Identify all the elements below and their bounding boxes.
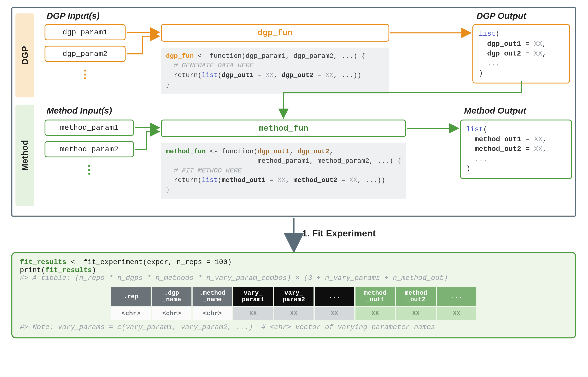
out-token: ( — [496, 30, 500, 38]
table-header-cell: vary_param1 — [233, 287, 273, 306]
code-token: = — [313, 71, 325, 79]
table-header-cell: vary_param2 — [274, 287, 314, 306]
out-token: ... — [479, 59, 500, 67]
out-token: ) — [479, 70, 483, 77]
table-cell: <chr> — [193, 307, 232, 320]
table-cell: <chr> — [152, 307, 191, 320]
method-output-box: list( method_out1 = XX, method_out2 = XX… — [460, 119, 572, 179]
table-cell: XX — [274, 307, 314, 320]
code-comment: # FIT METHOD HERE — [166, 167, 242, 174]
dgp-sidebar-label: DGP — [20, 46, 30, 65]
code-token: method_param1, method_param2, ...) { — [166, 157, 401, 165]
code-token: list — [202, 71, 217, 79]
table-header-cell: .rep — [111, 287, 151, 306]
out-token: = — [521, 40, 534, 48]
out-token: XX — [534, 145, 543, 153]
out-token: ( — [483, 125, 488, 133]
fit-results-table: .rep.dgp_name.method_namevary_param1vary… — [110, 286, 477, 321]
out-token: ) — [466, 165, 471, 173]
code-token: , — [329, 148, 333, 155]
table-cell: <chr> — [111, 307, 151, 320]
code-token: <- fit_experiment(exper, n_reps = 100) — [66, 258, 232, 266]
code-token: print( — [20, 266, 45, 274]
method-sidebar: Method — [15, 105, 34, 206]
code-token: return( — [166, 71, 202, 79]
dgp-output-box: list( dgp_out1 = XX, dgp_out2 = XX, ... … — [472, 24, 570, 83]
code-token: <- function(dgp_param1, dgp_param2, ...)… — [194, 52, 365, 60]
table-header-cell: method_out2 — [396, 287, 436, 306]
method-param2-pill: method_param2 — [45, 141, 134, 157]
diagram-canvas: DGP Method DGP Input(s) dgp_param1 dgp_p… — [5, 5, 583, 376]
out-token: method_out1 — [475, 135, 521, 143]
table-cell: XX — [396, 307, 436, 320]
dgp-fun-label: dgp_fun — [258, 28, 292, 37]
method-fun-label: method_fun — [259, 124, 308, 133]
code-token: <- function( — [206, 148, 257, 155]
out-token: XX — [534, 40, 542, 48]
dgp-fun-box: dgp_fun — [161, 24, 389, 42]
method-inputs-title: Method Input(s) — [47, 106, 112, 116]
dgp-sidebar: DGP — [15, 13, 34, 97]
table-cell: XX — [233, 307, 273, 320]
dgp-output-title: DGP Output — [477, 11, 526, 21]
out-token: dgp_out1 — [487, 40, 521, 48]
out-token: XX — [534, 135, 543, 143]
code-token: = — [254, 71, 266, 79]
code-token: XX — [265, 71, 274, 79]
out-token: ... — [466, 155, 488, 163]
fit-step-label: 1. Fit Experiment — [302, 228, 375, 238]
code-token: method_out2 — [294, 177, 338, 184]
dgp-param2-pill: dgp_param2 — [45, 46, 125, 62]
out-token: list — [479, 30, 496, 38]
dgp-params-ellipsis: ••• — [83, 69, 88, 80]
fit-results-box: fit_results <- fit_experiment(exper, n_r… — [11, 252, 576, 338]
fit-note-line: #> Note: vary_params = c(vary_param1, va… — [20, 323, 568, 331]
dgp-param2-label: dgp_param2 — [63, 50, 107, 58]
code-token: ( — [218, 177, 222, 184]
out-token: method_out2 — [475, 145, 521, 153]
code-token: XX — [277, 177, 286, 184]
code-token: dgp_out1 — [222, 71, 254, 79]
table-cell: XX — [437, 307, 476, 320]
fit-line-2: print(fit_results) — [20, 266, 568, 274]
method-output-title: Method Output — [464, 106, 526, 116]
method-params-ellipsis: ••• — [87, 164, 91, 176]
table-header-cell: ... — [437, 287, 476, 306]
table-row: <chr><chr><chr>XXXXXXXXXXXX — [111, 307, 476, 320]
dgp-inputs-title: DGP Input(s) — [47, 11, 100, 21]
code-token: = — [337, 177, 349, 184]
dgp-param1-pill: dgp_param1 — [45, 24, 125, 40]
out-token: list — [466, 125, 483, 133]
code-token: XX — [325, 71, 334, 79]
code-token: ) — [92, 266, 96, 274]
code-token: , — [289, 148, 298, 155]
table-header-row: .rep.dgp_name.method_namevary_param1vary… — [111, 287, 476, 306]
table-cell: XX — [355, 307, 395, 320]
code-token: dgp_out2 — [297, 148, 329, 155]
method-code-block: method_fun <- function(dgp_out1, dgp_out… — [161, 143, 406, 199]
method-param1-label: method_param1 — [60, 123, 118, 132]
table-header-cell: ... — [315, 287, 354, 306]
dgp-param1-label: dgp_param1 — [63, 28, 107, 36]
code-token: } — [166, 186, 170, 194]
code-comment: # GENERATE DATA HERE — [166, 62, 254, 70]
code-token: dgp_fun — [166, 52, 194, 60]
out-token: = — [521, 135, 534, 143]
method-fun-box: method_fun — [161, 119, 406, 137]
code-token: = — [265, 177, 277, 184]
code-token: } — [166, 81, 170, 89]
out-token: dgp_out2 — [487, 50, 521, 58]
method-sidebar-label: Method — [20, 140, 30, 171]
table-header-cell: method_out1 — [355, 287, 395, 306]
out-token: = — [521, 50, 534, 58]
code-token: XX — [349, 177, 357, 184]
code-token: dgp_out1 — [258, 148, 289, 155]
code-token: list — [202, 177, 217, 184]
out-token: = — [521, 145, 534, 153]
table-header-cell: .dgp_name — [152, 287, 191, 306]
code-token: method_out1 — [222, 177, 266, 184]
method-param2-label: method_param2 — [60, 145, 118, 153]
code-token: method_fun — [166, 148, 206, 155]
dgp-code-block: dgp_fun <- function(dgp_param1, dgp_para… — [161, 47, 389, 94]
table-cell: XX — [315, 307, 354, 320]
